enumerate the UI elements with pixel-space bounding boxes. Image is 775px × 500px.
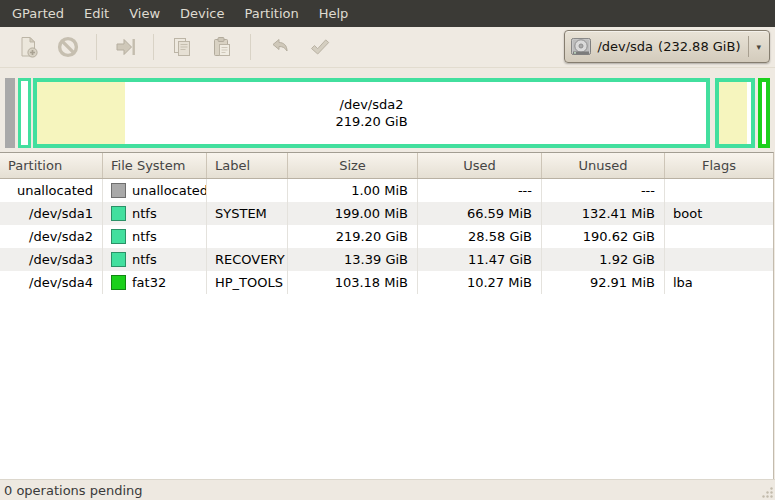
- cell-label: HP_TOOLS: [207, 271, 288, 294]
- device-selector[interactable]: /dev/sda (232.88 GiB) ▾: [564, 30, 770, 63]
- menu-item-partition[interactable]: Partition: [235, 0, 309, 27]
- cell-unused: 1.92 GiB: [542, 248, 665, 271]
- table-body: unallocatedunallocated1.00 MiB------/dev…: [0, 179, 773, 294]
- table-row[interactable]: /dev/sda3ntfsRECOVERY13.39 GiB11.47 GiB1…: [0, 248, 773, 271]
- table-row[interactable]: /dev/sda2ntfs219.20 GiB28.58 GiB190.62 G…: [0, 225, 773, 248]
- filesystem-color-swatch: [111, 183, 126, 198]
- device-value: /dev/sda: [597, 39, 653, 54]
- filesystem-color-swatch: [111, 229, 126, 244]
- cell-flags: [665, 225, 773, 248]
- cell-flags: boot: [665, 202, 773, 225]
- cell-used: 10.27 MiB: [418, 271, 542, 294]
- cell-used: 28.58 GiB: [418, 225, 542, 248]
- cell-label: SYSTEM: [207, 202, 288, 225]
- undo-icon: [267, 35, 291, 59]
- paste-button[interactable]: [203, 30, 241, 64]
- statusbar: 0 operations pending: [0, 479, 775, 500]
- cell-filesystem: fat32: [103, 271, 207, 294]
- cell-partition: /dev/sda3: [0, 248, 103, 271]
- hard-disk-icon: [570, 36, 592, 58]
- selected-partition-label: /dev/sda2219.20 GiB: [37, 96, 706, 130]
- disk-segment-unallocated[interactable]: [5, 78, 15, 148]
- delete-partition-button[interactable]: [49, 30, 87, 64]
- column-header-partition[interactable]: Partition: [0, 153, 103, 178]
- disk-segment-sda4[interactable]: [758, 78, 770, 148]
- apply-icon: [307, 35, 331, 59]
- table-row[interactable]: /dev/sda4fat32HP_TOOLS103.18 MiB10.27 Mi…: [0, 271, 773, 294]
- toolbar-separator: [153, 34, 154, 60]
- disk-visual-bar: /dev/sda2219.20 GiB: [0, 68, 775, 152]
- undo-button[interactable]: [260, 30, 298, 64]
- filesystem-color-swatch: [111, 206, 126, 221]
- cell-unused: 132.41 MiB: [542, 202, 665, 225]
- cell-label: [207, 225, 288, 248]
- device-size: (232.88 GiB): [658, 39, 740, 54]
- menu-item-device[interactable]: Device: [170, 0, 234, 27]
- cell-size: 219.20 GiB: [288, 225, 418, 248]
- cell-used: 66.59 MiB: [418, 202, 542, 225]
- cell-size: 103.18 MiB: [288, 271, 418, 294]
- cell-used: 11.47 GiB: [418, 248, 542, 271]
- column-header-label[interactable]: Label: [207, 153, 288, 178]
- cell-size: 1.00 MiB: [288, 179, 418, 202]
- copy-button[interactable]: [163, 30, 201, 64]
- cell-partition: unallocated: [0, 179, 103, 202]
- partition-table: PartitionFile SystemLabelSizeUsedUnusedF…: [0, 152, 774, 481]
- cell-filesystem: ntfs: [103, 225, 207, 248]
- cell-label: [207, 179, 288, 202]
- cell-flags: [665, 179, 773, 202]
- toolbar-separator: [96, 34, 97, 60]
- menubar: GPartedEditViewDevicePartitionHelp: [0, 0, 775, 27]
- apply-button[interactable]: [300, 30, 338, 64]
- filesystem-color-swatch: [111, 275, 126, 290]
- toolbar: /dev/sda (232.88 GiB) ▾: [0, 27, 775, 68]
- cell-unused: 92.91 MiB: [542, 271, 665, 294]
- column-header-file-system[interactable]: File System: [103, 153, 207, 178]
- used-space-fill: [719, 82, 747, 144]
- combo-divider: [748, 36, 749, 57]
- disk-segment-sda1[interactable]: [18, 78, 31, 148]
- column-header-unused[interactable]: Unused: [542, 153, 665, 178]
- cell-partition: /dev/sda1: [0, 202, 103, 225]
- cell-flags: [665, 248, 773, 271]
- table-header: PartitionFile SystemLabelSizeUsedUnusedF…: [0, 153, 773, 179]
- cell-unused: ---: [542, 179, 665, 202]
- status-text: 0 operations pending: [0, 483, 143, 498]
- cell-filesystem: ntfs: [103, 202, 207, 225]
- cell-label: RECOVERY: [207, 248, 288, 271]
- filesystem-color-swatch: [111, 252, 126, 267]
- cell-size: 199.00 MiB: [288, 202, 418, 225]
- disk-segment-sda2[interactable]: /dev/sda2219.20 GiB: [33, 78, 710, 148]
- toolbar-separator: [250, 34, 251, 60]
- cell-flags: lba: [665, 271, 773, 294]
- disk-segment-sda3[interactable]: [715, 78, 755, 148]
- cell-unused: 190.62 GiB: [542, 225, 665, 248]
- cell-partition: /dev/sda4: [0, 271, 103, 294]
- resize-grip[interactable]: [759, 484, 774, 499]
- column-header-size[interactable]: Size: [288, 153, 418, 178]
- menu-item-gparted[interactable]: GParted: [2, 0, 74, 27]
- table-row[interactable]: /dev/sda1ntfsSYSTEM199.00 MiB66.59 MiB13…: [0, 202, 773, 225]
- new-partition-icon: [16, 35, 40, 59]
- cell-partition: /dev/sda2: [0, 225, 103, 248]
- gparted-window: GPartedEditViewDevicePartitionHelp: [0, 0, 775, 500]
- new-partition-button[interactable]: [9, 30, 47, 64]
- resize-move-button[interactable]: [106, 30, 144, 64]
- cell-size: 13.39 GiB: [288, 248, 418, 271]
- cell-filesystem: ntfs: [103, 248, 207, 271]
- menu-item-edit[interactable]: Edit: [74, 0, 119, 27]
- dropdown-arrow-icon[interactable]: ▾: [753, 42, 764, 52]
- paste-icon: [210, 35, 234, 59]
- delete-icon: [56, 35, 80, 59]
- resize-move-icon: [113, 35, 137, 59]
- table-row[interactable]: unallocatedunallocated1.00 MiB------: [0, 179, 773, 202]
- menu-item-help[interactable]: Help: [309, 0, 359, 27]
- menu-item-view[interactable]: View: [119, 0, 170, 27]
- cell-filesystem: unallocated: [103, 179, 207, 202]
- cell-used: ---: [418, 179, 542, 202]
- column-header-flags[interactable]: Flags: [665, 153, 773, 178]
- column-header-used[interactable]: Used: [418, 153, 542, 178]
- copy-icon: [170, 35, 194, 59]
